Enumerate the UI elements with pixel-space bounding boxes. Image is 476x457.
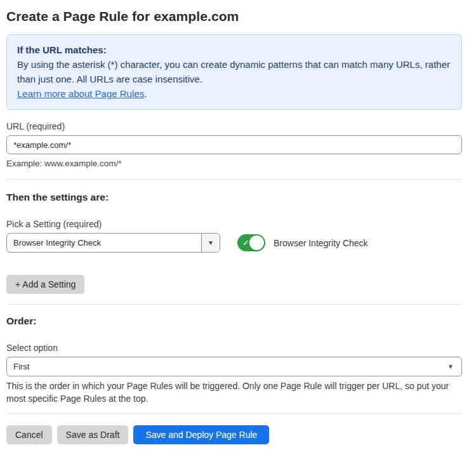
url-field-label: URL (required) [6,121,462,131]
caret-down-icon: ▼ [447,363,454,370]
pick-setting-label: Pick a Setting (required) [6,219,462,229]
setting-select-value: Browser Integrity Check [7,234,201,252]
toggle-knob [249,235,264,250]
footer-actions: Cancel Save as Draft Save and Deploy Pag… [6,425,462,444]
page-title: Create a Page Rule for example.com [6,9,462,24]
url-match-info-box: If the URL matches: By using the asteris… [6,34,462,110]
link-suffix: . [144,88,147,99]
setting-select[interactable]: Browser Integrity Check ▼ [6,233,220,253]
learn-more-link[interactable]: Learn more about Page Rules [17,88,144,99]
browser-integrity-toggle[interactable]: ✓ [237,234,265,251]
toggle-wrap: ✓ Browser Integrity Check [237,234,368,251]
order-select-value: First [13,362,29,371]
divider [6,413,462,414]
toggle-label: Browser Integrity Check [274,238,368,248]
settings-section-heading: Then the settings are: [6,192,462,203]
save-draft-button[interactable]: Save as Draft [57,425,129,444]
check-icon: ✓ [242,238,249,248]
divider [6,179,462,180]
info-box-heading: If the URL matches: [17,43,451,57]
add-setting-button[interactable]: + Add a Setting [6,275,84,294]
setting-row: Browser Integrity Check ▼ ✓ Browser Inte… [6,233,462,253]
url-helper-text: Example: www.example.com/* [6,159,462,168]
url-input[interactable] [6,135,462,154]
page-rule-form: Create a Page Rule for example.com If th… [0,0,476,444]
order-select-label: Select option [6,343,462,353]
order-helper-text: This is the order in which your Page Rul… [6,380,462,405]
cancel-button[interactable]: Cancel [6,425,52,444]
order-section-heading: Order: [6,315,462,327]
save-deploy-button[interactable]: Save and Deploy Page Rule [133,425,269,444]
divider [6,304,462,305]
setting-select-arrow-button[interactable]: ▼ [201,234,220,252]
info-box-body: By using the asterisk (*) character, you… [17,57,451,86]
order-select[interactable]: First ▼ [6,357,462,376]
caret-down-icon: ▼ [208,239,214,246]
info-box-link-line: Learn more about Page Rules. [17,86,451,101]
